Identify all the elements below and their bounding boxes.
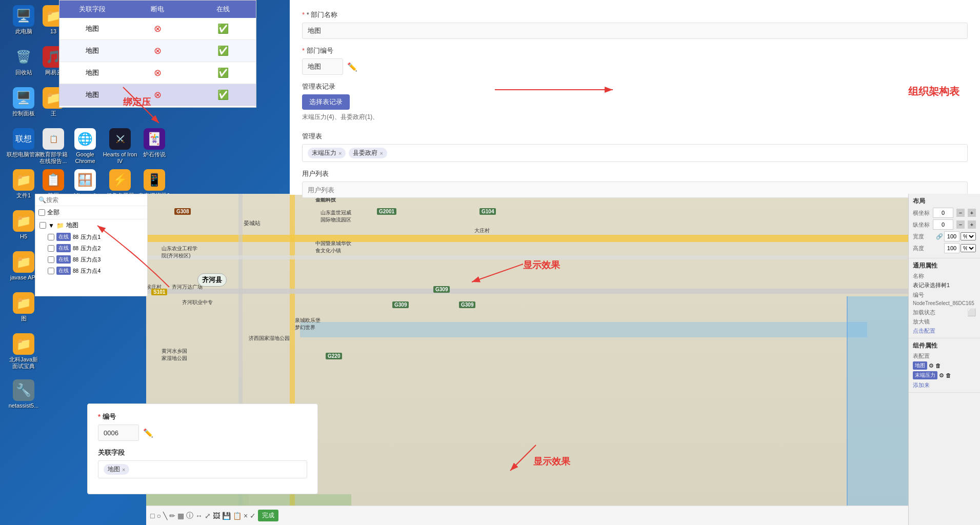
row-field: 地图 <box>59 18 125 39</box>
child4-checkbox[interactable] <box>48 268 54 274</box>
x-plus-btn[interactable]: + <box>968 209 976 217</box>
table-row[interactable]: 地图 ⊗ ✅ <box>59 62 256 84</box>
table-row[interactable]: 地图 ⊗ ✅ <box>59 40 256 62</box>
width-input[interactable] <box>944 231 959 241</box>
toolbar-info-icon[interactable]: ⓘ <box>186 511 193 520</box>
org-chart-label: 组织架构表 <box>908 85 959 98</box>
x-coord-row: 横坐标 − + <box>913 208 976 218</box>
settings-icon-1[interactable]: ⚙ <box>929 362 934 369</box>
map-label-qhvoc: 齐河职业中专 <box>182 299 213 306</box>
height-input[interactable] <box>944 243 959 253</box>
load-icon: ⬜ <box>967 308 976 316</box>
component-title: 组件属性 <box>913 341 976 350</box>
map-icon: 📁 <box>56 222 64 229</box>
tree-child-1[interactable]: 在线 88 压力点1 <box>35 231 147 243</box>
toolbar-circle-icon[interactable]: ○ <box>156 512 161 520</box>
height-unit-select[interactable]: % <box>961 244 976 252</box>
table-panel: 关联字段 断电 在线 地图 ⊗ ✅ 地图 ⊗ ✅ 地图 ⊗ ✅ 地图 ⊗ ✅ <box>59 0 256 108</box>
online-tag-2: 在线 <box>56 244 71 252</box>
load-label: 加载状态 <box>913 309 935 316</box>
toolbar-move-icon[interactable]: ↔ <box>195 512 203 520</box>
code-form-input[interactable] <box>98 425 139 441</box>
complete-button[interactable]: 完成 <box>258 510 278 521</box>
col-field: 关联字段 <box>59 1 125 18</box>
delete-icon-2[interactable]: 🗑 <box>946 372 951 378</box>
scale-config[interactable]: 点击配置 <box>913 327 976 335</box>
tree-child-3[interactable]: 在线 88 压力点3 <box>35 254 147 265</box>
dept-code-input[interactable] <box>302 58 343 75</box>
toolbar-close-icon[interactable]: × <box>244 512 248 520</box>
width-label: 宽度 <box>913 233 924 240</box>
toolbar-resize-icon[interactable]: ⤢ <box>205 512 211 520</box>
desktop-icon-chrome[interactable]: 🌐 Google Chrome <box>67 128 104 165</box>
toolbar-image-icon[interactable]: 🖼 <box>213 512 220 520</box>
child3-checkbox[interactable] <box>48 256 54 263</box>
tree-child-4[interactable]: 在线 88 压力点4 <box>35 265 147 276</box>
table-tags-row: 地图 ⚙ 🗑 <box>913 361 976 370</box>
select-record-button[interactable]: 选择表记录 <box>302 94 350 110</box>
desktop-icon-beikeijava[interactable]: 📁 北科Java新面试宝典 <box>5 333 42 370</box>
tree-node-map[interactable]: ▼ 📁 地图 <box>35 219 147 231</box>
online-icon: ✅ <box>190 62 256 84</box>
height-row: 高度 % <box>913 243 976 253</box>
delete-icon-1[interactable]: 🗑 <box>935 362 941 369</box>
toolbar-pen-icon[interactable]: ✏ <box>169 512 175 520</box>
bind-annotation: 绑定压 <box>123 96 151 108</box>
desktop-icon-netassist[interactable]: 🔧 netassist5... <box>5 379 42 409</box>
toolbar-copy-icon[interactable]: 📋 <box>233 512 242 520</box>
field-form-field: 关联字段 地图 × <box>98 448 307 478</box>
child2-checkbox[interactable] <box>48 245 54 252</box>
toolbar-line-icon[interactable]: ╲ <box>163 512 167 520</box>
svg-line-3 <box>510 445 536 471</box>
y-minus-btn[interactable]: − <box>956 220 965 229</box>
table-row[interactable]: 地图 ⊗ ✅ <box>59 84 256 106</box>
field-tag-close[interactable]: × <box>122 467 125 473</box>
select-all-checkbox[interactable] <box>38 209 45 216</box>
tree-toolbar: 全部 <box>35 206 147 219</box>
y-input[interactable] <box>933 219 953 230</box>
map-label-oule: 泉城欧乐堡梦幻世界 <box>295 317 321 331</box>
code-edit-icon[interactable]: ✏️ <box>143 428 153 438</box>
y-plus-btn[interactable]: + <box>968 220 976 229</box>
row-field: 地图 <box>59 40 125 62</box>
road-label-S101: S101 <box>151 289 167 295</box>
user-list-input[interactable] <box>302 181 968 198</box>
general-title: 通用属性 <box>913 261 976 270</box>
online-icon: ✅ <box>190 18 256 39</box>
child2-label: 压力点2 <box>81 245 101 252</box>
col-offline: 断电 <box>125 1 191 18</box>
table-row[interactable]: 地图 ⊗ ✅ <box>59 18 256 40</box>
dept-name-input[interactable] <box>302 23 968 39</box>
tag-close-moduanya[interactable]: × <box>338 150 342 156</box>
map-label-dazhuang: 大庄村 <box>474 227 490 234</box>
tag-close-xianzw[interactable]: × <box>379 150 383 156</box>
road-label-G220: G220 <box>326 353 342 359</box>
desktop-icon-tu[interactable]: 📁 图 <box>5 292 42 322</box>
online-tag-1: 在线 <box>56 233 71 241</box>
child1-checkbox[interactable] <box>48 234 54 240</box>
x-minus-btn[interactable]: − <box>956 209 965 217</box>
lake-area <box>300 322 867 337</box>
manage-record-label: 管理表记录 <box>302 82 968 91</box>
tree-search-input[interactable] <box>46 196 144 204</box>
toolbar-check-icon[interactable]: ✓ <box>250 512 256 520</box>
desktop-icon-hearts-of-iron[interactable]: ⚔️ Hearts of Iron IV <box>102 128 138 165</box>
toolbar-grid-icon[interactable]: ▦ <box>177 512 184 520</box>
row-field: 地图 <box>59 62 125 84</box>
code-label-props: 编号 <box>913 291 924 299</box>
online-tag-4: 在线 <box>56 267 71 275</box>
component-section: 组件属性 表配置 地图 ⚙ 🗑 末端压力 ⚙ 🗑 添加来 <box>909 338 980 393</box>
settings-icon-2[interactable]: ⚙ <box>939 372 944 379</box>
x-input[interactable] <box>933 208 953 218</box>
map-label-yanchengzhan: 晏城站 <box>244 219 261 227</box>
map-checkbox[interactable] <box>39 222 46 229</box>
dept-code-edit-icon[interactable]: ✏️ <box>347 62 357 72</box>
tree-child-2[interactable]: 在线 88 压力点2 <box>35 243 147 254</box>
width-unit-select[interactable]: % <box>961 232 976 240</box>
toolbar-save-icon[interactable]: 💾 <box>222 512 231 520</box>
desktop-icon-hearthstone[interactable]: 🃏 炉石传说 <box>136 128 173 158</box>
toolbar-rect-icon[interactable]: □ <box>150 512 154 520</box>
add-config-link[interactable]: 添加来 <box>913 381 976 389</box>
online-icon: ✅ <box>190 84 256 106</box>
map-expand-icon: ▼ <box>48 222 54 229</box>
